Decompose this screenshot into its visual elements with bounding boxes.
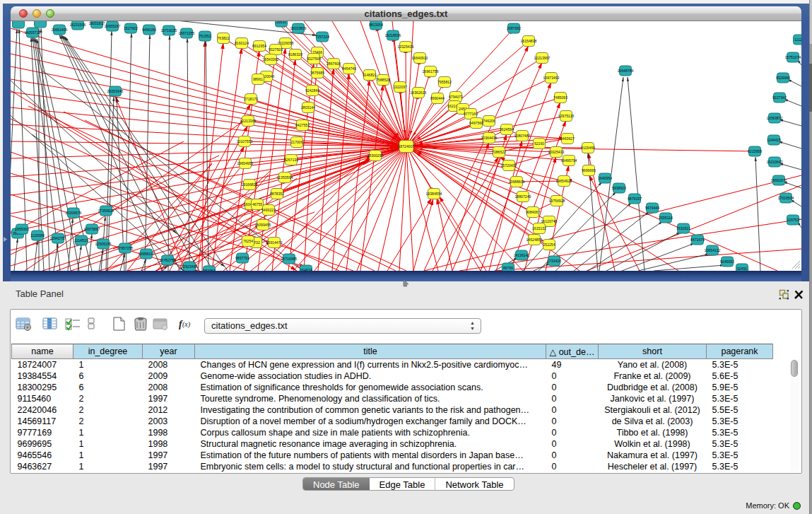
svg-text:3875685: 3875685 xyxy=(310,71,325,75)
svg-text:5493222: 5493222 xyxy=(261,208,276,212)
svg-text:16648784: 16648784 xyxy=(618,69,635,73)
svg-text:9084067: 9084067 xyxy=(526,210,541,214)
svg-text:86796: 86796 xyxy=(503,266,514,270)
svg-text:1114519: 1114519 xyxy=(74,238,89,243)
svg-text:8990444: 8990444 xyxy=(430,96,445,100)
svg-text:16033809: 16033809 xyxy=(290,26,307,30)
svg-text:1244415: 1244415 xyxy=(767,138,782,142)
svg-text:16782759: 16782759 xyxy=(160,258,177,262)
svg-text:16210643: 16210643 xyxy=(767,160,784,164)
svg-text:7632621: 7632621 xyxy=(676,226,691,230)
svg-text:10655267: 10655267 xyxy=(105,24,122,28)
svg-text:751552: 751552 xyxy=(199,34,212,38)
svg-text:1615132: 1615132 xyxy=(532,226,547,230)
svg-text:16099455: 16099455 xyxy=(255,223,272,227)
svg-text:15720407: 15720407 xyxy=(501,163,518,168)
svg-text:1527602: 1527602 xyxy=(124,26,139,30)
svg-text:16362615: 16362615 xyxy=(411,90,428,95)
svg-text:46755: 46755 xyxy=(252,202,263,206)
svg-text:9463627: 9463627 xyxy=(560,136,575,141)
svg-text:8427552: 8427552 xyxy=(295,123,310,127)
svg-text:20531: 20531 xyxy=(276,21,287,24)
svg-text:763822: 763822 xyxy=(218,36,230,40)
svg-text:1733426: 1733426 xyxy=(547,259,562,263)
svg-text:16671355: 16671355 xyxy=(179,31,196,35)
svg-text:18807249: 18807249 xyxy=(515,194,532,199)
svg-text:8454749: 8454749 xyxy=(342,66,357,71)
svg-text:62160: 62160 xyxy=(534,141,545,146)
svg-text:9699695: 9699695 xyxy=(582,168,596,173)
svg-text:3624594: 3624594 xyxy=(500,127,514,132)
svg-text:16543362: 16543362 xyxy=(263,57,280,62)
svg-text:14524851: 14524851 xyxy=(526,238,543,242)
svg-text:6466160: 6466160 xyxy=(142,28,157,32)
svg-text:16914479: 16914479 xyxy=(266,240,283,245)
svg-text:9777169: 9777169 xyxy=(464,112,478,116)
svg-text:10958107: 10958107 xyxy=(139,252,155,256)
svg-text:8186328: 8186328 xyxy=(288,52,303,57)
svg-text:9245652: 9245652 xyxy=(720,259,735,264)
svg-text:8912954: 8912954 xyxy=(252,44,267,48)
svg-text:18300295: 18300295 xyxy=(367,153,384,158)
svg-text:(x): (x) xyxy=(182,320,191,329)
svg-text:9857791: 9857791 xyxy=(235,256,250,260)
svg-text:6497568: 6497568 xyxy=(469,121,484,125)
svg-text:10973493: 10973493 xyxy=(543,76,560,80)
svg-text:5938923: 5938923 xyxy=(612,186,627,190)
svg-text:14136141: 14136141 xyxy=(514,253,531,257)
svg-text:126753: 126753 xyxy=(787,218,800,222)
svg-text:8471676: 8471676 xyxy=(690,238,705,242)
svg-text:1115689: 1115689 xyxy=(30,233,45,238)
svg-text:17359928: 17359928 xyxy=(98,209,115,213)
svg-text:746206: 746206 xyxy=(483,119,496,123)
svg-text:20364436: 20364436 xyxy=(481,136,498,140)
svg-text:12975115: 12975115 xyxy=(558,114,575,118)
svg-text:8813054: 8813054 xyxy=(369,23,384,27)
svg-text:10975867: 10975867 xyxy=(84,227,101,231)
svg-text:9329966: 9329966 xyxy=(776,76,791,80)
svg-text:252254: 252254 xyxy=(543,243,556,247)
svg-text:98961: 98961 xyxy=(253,77,264,81)
svg-text:8267130: 8267130 xyxy=(284,158,299,162)
svg-text:2935114: 2935114 xyxy=(659,216,673,220)
svg-text:20206576: 20206576 xyxy=(66,211,83,215)
svg-text:17016504: 17016504 xyxy=(778,196,795,200)
svg-text:7588520: 7588520 xyxy=(376,78,391,82)
svg-text:12942757: 12942757 xyxy=(50,236,67,240)
svg-text:9115460: 9115460 xyxy=(581,146,596,150)
svg-text:15692971: 15692971 xyxy=(771,178,788,182)
svg-text:16495794: 16495794 xyxy=(561,158,578,163)
svg-text:12213369: 12213369 xyxy=(240,119,257,123)
svg-text:20691406: 20691406 xyxy=(52,28,69,32)
svg-text:19756928: 19756928 xyxy=(549,199,566,203)
svg-text:18724007: 18724007 xyxy=(399,144,416,148)
svg-text:7485063: 7485063 xyxy=(553,95,568,100)
svg-text:16961758: 16961758 xyxy=(423,69,440,74)
svg-text:10807487: 10807487 xyxy=(514,134,531,138)
svg-text:7955812: 7955812 xyxy=(437,80,452,84)
svg-text:2087682: 2087682 xyxy=(507,26,522,30)
svg-text:6794072: 6794072 xyxy=(449,95,464,99)
svg-text:8878352: 8878352 xyxy=(270,192,285,196)
svg-text:7386522: 7386522 xyxy=(492,150,507,154)
svg-text:2718170: 2718170 xyxy=(244,97,259,101)
svg-text:12093872: 12093872 xyxy=(767,116,784,120)
svg-text:10719155: 10719155 xyxy=(161,28,178,33)
svg-text:13325419: 13325419 xyxy=(398,45,415,49)
svg-text:17957255: 17957255 xyxy=(117,246,134,250)
svg-text:20053346: 20053346 xyxy=(107,89,124,93)
svg-text:9227342: 9227342 xyxy=(772,95,787,100)
svg-text:8215958: 8215958 xyxy=(748,149,763,153)
svg-text:10107553: 10107553 xyxy=(237,139,254,144)
svg-text:8160124: 8160124 xyxy=(235,41,249,45)
svg-text:19654923: 19654923 xyxy=(556,179,573,183)
svg-text:11353594: 11353594 xyxy=(277,175,294,180)
svg-text:16640910: 16640910 xyxy=(412,56,429,60)
svg-text:217006: 217006 xyxy=(291,140,304,144)
svg-text:7357224: 7357224 xyxy=(315,35,330,39)
svg-text:15751074: 15751074 xyxy=(785,55,802,59)
svg-text:19031617: 19031617 xyxy=(89,21,106,25)
svg-text:9146821: 9146821 xyxy=(363,73,377,77)
svg-text:19384554: 19384554 xyxy=(426,192,443,196)
svg-text:12505155: 12505155 xyxy=(95,242,112,246)
